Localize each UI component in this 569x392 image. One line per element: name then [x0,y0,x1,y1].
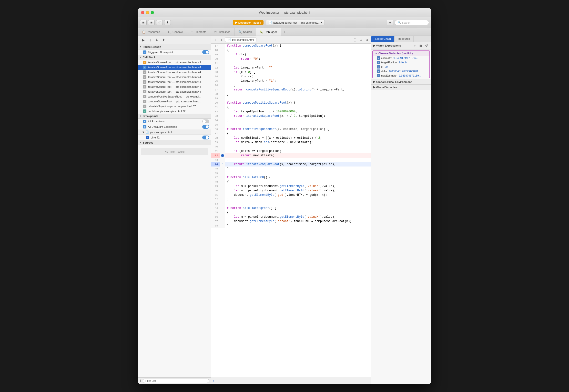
watch-expressions-header[interactable]: ▶ Watch Expressions + 🗑 ↺ [371,42,431,49]
call-stack-item-5[interactable]: f iterativeSquareRoot — ptc-examples.htm… [138,84,211,89]
scope-item-targetepsilon[interactable]: N targetEpsilon: 9.9e-9 [373,60,429,65]
bp-filename: ptc-examples.html [150,131,172,134]
tab-resources[interactable]: 📋 Resources [138,28,164,36]
call-stack-item-1[interactable]: f iterativeSquareRoot — ptc-examples.htm… [138,65,211,70]
code-line-30: 30 function computePositiveSquareRoot(x)… [211,101,371,105]
tab-console[interactable]: >_ Console [164,28,187,36]
scope-n-icon-2: N [377,65,380,69]
call-stack-header[interactable]: ▼ Call Stack [138,55,211,60]
minimize-button[interactable] [146,11,149,14]
format-button[interactable]: { } [352,37,357,42]
tab-search[interactable]: 🔍 Search [234,28,256,36]
file-icon-bp: 📄 [146,130,149,134]
code-line-45: 45 } [211,167,371,171]
tab-debugger[interactable]: 🐛 Debugger [256,28,281,36]
scope-chain-label: Scope Chain [375,37,391,40]
code-line-25: 25 imaginaryPart = "i"; [211,79,371,83]
call-stack-item-7[interactable]: f computePositiveSquareRoot — ptc-exampl… [138,94,211,99]
ptc-examples-header[interactable]: ▼ 📄 ptc-examples.html [138,129,211,135]
all-exceptions-toggle[interactable] [202,119,209,123]
func-icon-8: f [143,100,146,103]
step-out-button[interactable]: ⬆ [161,37,166,43]
scope-n-icon-0: N [377,56,380,60]
pause-reason-header[interactable]: ▼ Pause Reason [138,44,211,49]
closure-label: Closure Variables (onclick) [379,52,413,55]
breakpoint-line42[interactable]: ≡ Line 42 [138,135,211,140]
chevron-down-icon: ▾ [321,21,322,24]
search-placeholder: Search [402,21,410,24]
close-button[interactable] [141,11,144,14]
sources-content: No Filter Results [138,145,211,158]
search-box[interactable]: 🔍 Search [395,20,429,25]
code-line-52: 52 } [211,197,371,202]
watch-refresh-button[interactable]: ↺ [424,43,429,48]
code-line-27: 27 return computePositiveSquareRoot(x).t… [211,87,371,92]
scope-item-delta[interactable]: N delta: 0.000043126998079401... [373,69,429,73]
call-stack-item-10[interactable]: f onclick — ptc-examples.html:72 [138,109,211,114]
filter-input[interactable] [143,378,209,383]
continue-button[interactable]: ▶ [141,37,146,43]
rp-tab-resource[interactable]: Resource [394,36,414,42]
panel-toggle-button[interactable]: ⊟ [140,20,147,25]
bp-icon-all: E [143,120,146,123]
func-icon-9: f [143,105,146,108]
line42-toggle[interactable] [202,136,209,140]
breakpoints-header[interactable]: ▼ Breakpoints [138,114,211,119]
call-stack-item-9[interactable]: f calculateSqroot — ptc-examples.html:57 [138,104,211,109]
scope-item-x[interactable]: N x: 99 [373,65,429,69]
watch-actions: + 🗑 ↺ [412,43,429,48]
call-stack-item-2[interactable]: f iterativeSquareRoot — ptc-examples.htm… [138,70,211,75]
active-file-badge[interactable]: 📄 iterativeSquareRoot — ptc-examples... … [266,20,325,25]
console-prompt-icon: › [213,379,215,383]
scope-key-estimate: estimate: [381,56,392,59]
crosshair-icon: ⊕ [389,21,391,24]
global-variables-header[interactable]: ▶ Global Variables [371,84,431,90]
step-into-button[interactable]: ⬇ [154,37,160,43]
nav-back-button[interactable]: ‹ [213,37,218,42]
global-lexical-header[interactable]: ▶ Global Lexical Environment [371,79,431,84]
search-tab-icon: 🔍 [238,30,242,34]
secondary-panel-button[interactable]: ⊠ [148,20,155,25]
rp-tab-scope-chain[interactable]: Scope Chain [371,36,394,42]
editor-file-tab[interactable]: 📄 ptc-examples.html [225,37,256,42]
refresh-button[interactable]: ↺ [156,20,163,25]
breakpoint-marker-42[interactable] [221,154,224,157]
html-icon: 📄 [228,38,231,41]
watch-add-button[interactable]: + [412,43,417,48]
debug-toolbar: ▶ ⤵ ⬇ ⬆ [138,36,211,44]
maximize-button[interactable] [151,11,154,14]
pause-reason-toggle-switch[interactable] [202,50,209,54]
crosshair-button[interactable]: ⊕ [387,20,393,25]
code-line-53: 53 [211,202,371,206]
step-over-button[interactable]: ⤵ [147,37,153,43]
scope-n-icon-1: N [377,61,380,64]
code-line-28: 28 } [211,92,371,96]
uncaught-exceptions-toggle[interactable] [202,125,209,129]
call-stack-item-3[interactable]: f iterativeSquareRoot — ptc-examples.htm… [138,75,211,80]
code-line-47: 47 function calculateGCD() { [211,175,371,180]
scope-item-newestimate[interactable]: N newEstimate: 9.949874371159... [373,73,429,78]
func-icon-1: f [143,66,146,69]
call-stack-item-6[interactable]: f iterativeSquareRoot — ptc-examples.htm… [138,89,211,94]
breakpoint-uncaught-exceptions[interactable]: E All Uncaught Exceptions [138,124,211,129]
call-stack-item-4[interactable]: f iterativeSquareRoot — ptc-examples.htm… [138,80,211,84]
call-stack-item-0[interactable]: f iterativeSquareRoot — ptc-examples.htm… [138,60,211,65]
pause-reason-text: Triggered Breakpoint [148,51,173,54]
scope-item-estimate[interactable]: N estimate: 9.949917498157745 [373,56,429,60]
new-tab-button[interactable]: ⊡ [358,37,363,42]
breakpoint-all-exceptions[interactable]: E All Exceptions [138,119,211,124]
download-button[interactable]: ⬇ [164,20,171,25]
tab-add-button[interactable]: + [281,28,288,36]
tab-elements[interactable]: ⊞ Elements [187,28,210,36]
watch-delete-button[interactable]: 🗑 [418,43,423,48]
call-stack-item-8[interactable]: f computeSquareRoot — ptc-examples.html:… [138,99,211,104]
debugger-status-badge: ▶ Debugger Paused [233,20,264,25]
titlebar: Web Inspector — ptc-examples.html [138,8,431,17]
tab-timelines[interactable]: ⏱ Timelines [210,28,234,36]
nav-forward-button[interactable]: › [219,37,224,42]
info-icon: ℹ [140,379,141,382]
split-button[interactable]: ⊟ [364,37,369,42]
code-line-39: 39 let delta = Math.abs(estimate - newEs… [211,140,371,145]
closure-variables-header[interactable]: ▼ Closure Variables (onclick) [373,51,429,56]
sources-header[interactable]: ▼ Sources [138,140,211,145]
